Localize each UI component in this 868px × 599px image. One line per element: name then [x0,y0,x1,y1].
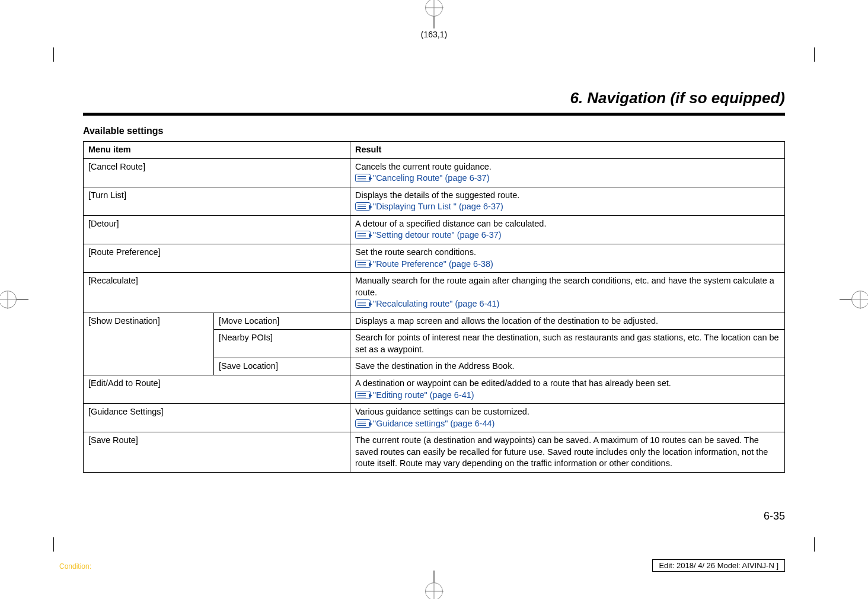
result-cell: The current route (a destination and way… [350,432,785,473]
corner-tick [53,537,54,552]
submenu-cell: [Nearby POIs] [214,330,350,358]
result-cell: Manually search for the route again afte… [350,273,785,313]
xref-icon [355,260,371,268]
xref-icon [355,174,371,182]
table-row: [Guidance Settings] Various guidance set… [84,404,785,432]
cross-reference: "Editing route" (page 6-41) [355,390,474,400]
table-row: [Turn List] Displays the details of the … [84,187,785,215]
result-cell: Various guidance settings can be customi… [350,404,785,432]
cross-reference: "Setting detour route" (page 6-37) [355,230,502,240]
xref-icon [355,202,371,211]
table-row: [Edit/Add to Route] A destination or way… [84,375,785,404]
table-row: [Route Preference] Set the route search … [84,244,785,272]
menu-cell: [Recalculate] [84,273,350,313]
table-row: [Cancel Route] Cancels the current route… [84,158,785,187]
result-text: A destination or waypoint can be edited/… [355,378,671,388]
corner-tick [814,537,815,552]
menu-cell: [Show Destination] [84,313,214,375]
result-cell: Set the route search conditions. "Route … [350,244,785,272]
condition-label: Condition: [59,562,91,571]
menu-cell: [Save Route] [84,432,350,473]
menu-cell: [Route Preference] [84,244,350,272]
result-text: Manually search for the route again afte… [355,276,774,297]
result-text: A detour of a specified distance can be … [355,219,546,228]
title-rule [83,113,785,116]
result-cell: Cancels the current route guidance. "Can… [350,158,785,187]
result-text: Cancels the current route guidance. [355,162,492,171]
header-menu-item: Menu item [84,142,350,159]
xref-icon [355,231,371,239]
menu-cell: [Turn List] [84,187,350,215]
corner-tick [814,47,815,62]
settings-table: Menu item Result [Cancel Route] Cancels … [83,141,785,473]
result-text: Displays the details of the suggested ro… [355,190,519,200]
xref-icon [355,419,371,428]
corner-tick [53,47,54,62]
menu-cell: [Cancel Route] [84,158,350,187]
submenu-cell: [Move Location] [214,313,350,330]
menu-cell: [Detour] [84,215,350,244]
result-cell: A detour of a specified distance can be … [350,215,785,244]
table-row: [Detour] A detour of a specified distanc… [84,215,785,244]
xref-icon [355,391,371,399]
header-result: Result [350,142,785,159]
menu-cell: [Edit/Add to Route] [84,375,350,404]
page-number: 6-35 [764,510,785,522]
xref-icon [355,300,371,308]
menu-cell: [Guidance Settings] [84,404,350,432]
cross-reference: "Guidance settings" (page 6-44) [355,419,494,428]
edit-stamp: Edit: 2018/ 4/ 26 Model: AIVINJ-N ] [652,559,785,572]
cross-reference: "Recalculating route" (page 6-41) [355,299,499,308]
available-settings-heading: Available settings [83,126,163,136]
table-header-row: Menu item Result [84,142,785,159]
table-row: [Save Route] The current route (a destin… [84,432,785,473]
result-cell: Search for points of interest near the d… [350,330,785,358]
result-cell: Save the destination in the Address Book… [350,358,785,375]
sheet-reference: (163,1) [421,30,447,39]
result-text: Various guidance settings can be customi… [355,407,529,416]
submenu-cell: [Save Location] [214,358,350,375]
cross-reference: "Displaying Turn List " (page 6-37) [355,202,503,211]
table-row: [Show Destination] [Move Location] Displ… [84,313,785,330]
cross-reference: "Canceling Route" (page 6-37) [355,173,490,183]
result-cell: Displays the details of the suggested ro… [350,187,785,215]
section-title: 6. Navigation (if so equipped) [570,89,785,107]
result-cell: Displays a map screen and allows the loc… [350,313,785,330]
result-text: Set the route search conditions. [355,247,476,257]
cross-reference: "Route Preference" (page 6-38) [355,259,493,269]
table-row: [Recalculate] Manually search for the ro… [84,273,785,313]
result-cell: A destination or waypoint can be edited/… [350,375,785,404]
